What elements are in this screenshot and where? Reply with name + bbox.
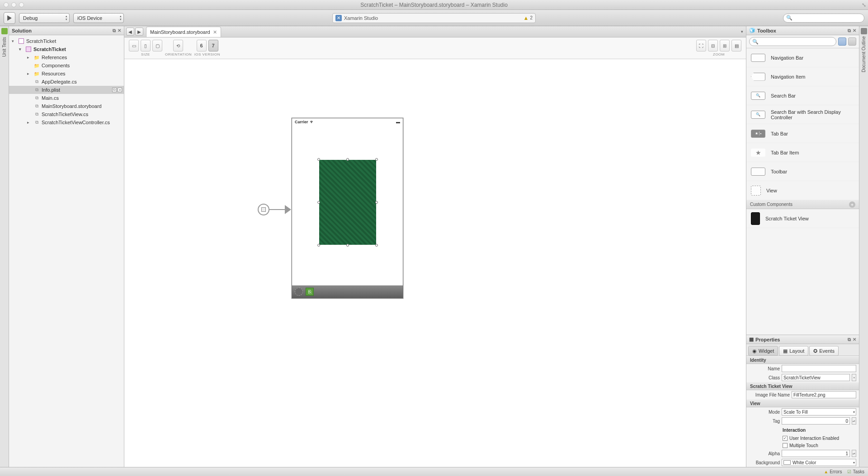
file-scratchticketview[interactable]: ⧉ ScratchTicketView.cs	[9, 110, 124, 118]
file-appdelegate[interactable]: ⧉ AppDelegate.cs	[9, 78, 124, 86]
toolbox-item-searchbar[interactable]: 🔍Search Bar	[746, 86, 859, 105]
global-search-input[interactable]: 🔍	[783, 14, 864, 23]
disclosure-icon[interactable]: ▸	[27, 120, 32, 125]
zoom-out-button[interactable]: ⊟	[708, 40, 718, 51]
zoom-actual-button[interactable]: ▤	[731, 40, 741, 51]
viewcontroller-icon[interactable]	[295, 288, 303, 296]
resize-handle[interactable]	[317, 158, 320, 161]
orientation-button[interactable]: ⟲	[173, 40, 183, 51]
alpha-input[interactable]: 1	[782, 450, 850, 457]
toolbox-view-grid-button[interactable]	[838, 37, 846, 46]
file-viewcontroller[interactable]: ▸ ⧉ ScratchTicketViewController.cs	[9, 118, 124, 126]
toolbox-item-searchbardisplay[interactable]: 🔍Search Bar with Search Display Controll…	[746, 105, 859, 124]
toolbox-item-toolbar[interactable]: Toolbar	[746, 162, 859, 181]
folder-resources[interactable]: ▸ 📁 Resources	[9, 70, 124, 78]
project-node[interactable]: ▾ ScratchTicket	[9, 45, 124, 53]
errors-pad-button[interactable]: ▲ Errors	[824, 469, 842, 474]
prop-label: Background	[749, 460, 780, 465]
size-ipad-button[interactable]: ▢	[152, 40, 162, 51]
class-input[interactable]: ScratchTicketView	[782, 374, 850, 381]
disclosure-icon[interactable]: ▾	[12, 39, 16, 43]
toolbox-item-view[interactable]: View	[746, 181, 859, 200]
panel-dock-icon[interactable]: ⧉	[848, 28, 851, 33]
tab-events[interactable]: ✪Events	[809, 346, 839, 356]
panel-close-icon[interactable]: ✕	[853, 28, 856, 33]
tab-close-icon[interactable]: ✕	[213, 29, 217, 35]
run-button[interactable]	[4, 12, 15, 24]
design-canvas[interactable]: Carrier ᯤ ▬ ⎘	[124, 59, 746, 467]
device-selector[interactable]: iOS Device ▴▾	[73, 13, 124, 23]
toolbox-search-input[interactable]: 🔍	[749, 37, 836, 46]
file-main[interactable]: ⧉ Main.cs	[9, 94, 124, 102]
panel-close-icon[interactable]: ✕	[118, 28, 121, 33]
ios6-button[interactable]: 6	[197, 40, 207, 51]
disclosure-icon[interactable]: ▸	[27, 55, 32, 60]
name-input[interactable]	[782, 365, 856, 372]
folder-components[interactable]: 📁 Components	[9, 61, 124, 70]
warning-indicator[interactable]: ▲ 2	[524, 15, 533, 21]
resize-handle[interactable]	[346, 244, 349, 247]
size-iphone-button[interactable]: ▭	[129, 40, 139, 51]
resize-handle[interactable]	[317, 244, 320, 247]
uie-checkbox[interactable]: ✓	[783, 436, 788, 441]
panel-close-icon[interactable]: ✕	[853, 337, 856, 342]
size-iphone5-button[interactable]: ▯	[141, 40, 151, 51]
imagefilename-input[interactable]: FillTexture2.png	[792, 391, 856, 398]
disclosure-icon[interactable]: ▸	[27, 71, 32, 76]
file-storyboard[interactable]: ⧉ MainStoryboard.storyboard	[9, 102, 124, 110]
tag-input[interactable]: 0	[782, 417, 850, 425]
file-infoplist[interactable]: ⧉ Info.plist ⧉✕	[9, 86, 124, 94]
nav-back-button[interactable]: ◀	[126, 28, 134, 36]
toolbox-item-label: Search Bar	[771, 93, 796, 98]
resize-handle[interactable]	[375, 244, 378, 247]
zoom-fit-button[interactable]: ⛶	[696, 40, 706, 51]
global-search-field[interactable]	[793, 15, 861, 21]
resize-handle[interactable]	[375, 158, 378, 161]
toolbox-search-field[interactable]	[759, 39, 833, 44]
right-sidetab[interactable]: Document Outline	[859, 26, 868, 467]
alpha-stepper[interactable]: ▴▾	[852, 450, 856, 457]
toolbox-item-tabbar[interactable]: ★┊•Tab Bar	[746, 124, 859, 143]
multitouch-checkbox[interactable]	[783, 443, 788, 448]
tab-widget[interactable]: ◉Widget	[748, 346, 778, 356]
zoom-in-button[interactable]: ⊞	[720, 40, 730, 51]
left-sidetab[interactable]: Unit Tests	[0, 26, 9, 467]
section-view: View	[746, 399, 859, 407]
warning-icon: ▲	[824, 469, 828, 474]
panel-dock-icon[interactable]: ⧉	[848, 337, 851, 342]
device-frame[interactable]: Carrier ᯤ ▬ ⎘	[292, 118, 403, 299]
configuration-selector[interactable]: Debug ▴▾	[19, 13, 70, 23]
first-responder-icon[interactable]: ⎘	[306, 288, 314, 296]
mode-selector[interactable]: Scale To Fill	[782, 408, 856, 415]
folder-references[interactable]: ▸ 📁 References	[9, 53, 124, 61]
tab-layout[interactable]: ▦Layout	[779, 346, 808, 356]
background-selector[interactable]: White Color	[782, 459, 856, 466]
ios7-button[interactable]: 7	[208, 40, 218, 51]
solution-root[interactable]: ▾ ScratchTicket	[9, 37, 124, 45]
scratchticket-icon	[751, 212, 760, 225]
toolbox-item-navigationitem[interactable]: Navigation Item	[746, 67, 859, 86]
toolbox-item-label: Tab Bar	[771, 131, 788, 136]
resize-handle[interactable]	[375, 201, 378, 204]
panel-dock-icon[interactable]: ⧉	[113, 28, 116, 33]
toolbox-item-label: View	[766, 188, 777, 193]
editor-tab[interactable]: MainStoryboard.storyboard ✕	[146, 27, 221, 37]
resize-handle[interactable]	[317, 201, 320, 204]
disclosure-icon[interactable]: ▾	[19, 47, 24, 51]
tab-overflow-icon[interactable]: ▾	[741, 29, 743, 34]
entry-point-indicator[interactable]	[258, 204, 291, 215]
tag-stepper[interactable]: ▴▾	[852, 417, 856, 425]
scratch-ticket-view-instance[interactable]	[319, 160, 376, 245]
nav-forward-button[interactable]: ▶	[135, 28, 143, 36]
resize-handle[interactable]	[346, 158, 349, 161]
tasks-pad-button[interactable]: ☑ Tasks	[847, 469, 864, 474]
add-component-button[interactable]: +	[849, 201, 855, 208]
toolbox-item-tabbaritem[interactable]: ★Tab Bar Item	[746, 143, 859, 162]
window-resize-icon[interactable]: ⤡	[862, 2, 866, 8]
scene-dock[interactable]: ⎘	[292, 285, 403, 298]
toolbox-item-scratchticketview[interactable]: Scratch Ticket View	[746, 209, 859, 228]
class-dropdown-button[interactable]: ▾	[852, 374, 856, 381]
toolbox-item-navigationbar[interactable]: Navigation Bar	[746, 48, 859, 67]
item-controls[interactable]: ⧉✕	[112, 88, 122, 92]
toolbox-view-list-button[interactable]	[848, 37, 856, 46]
